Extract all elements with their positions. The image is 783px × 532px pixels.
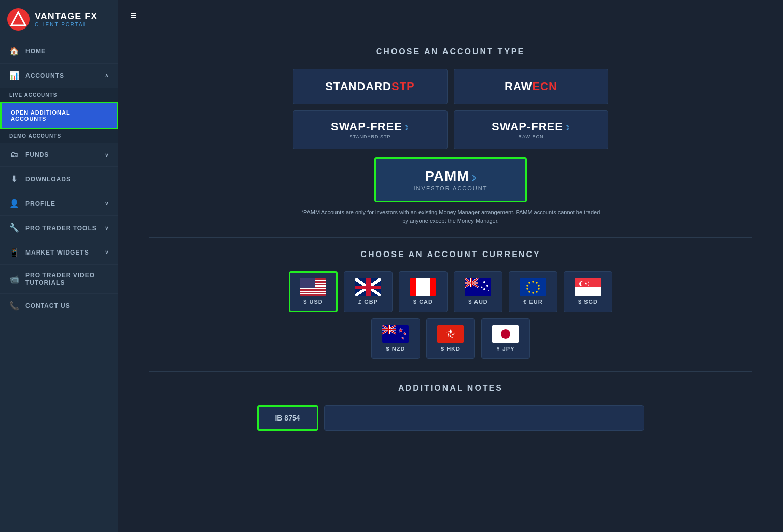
currency-label-gbp: £ GBP: [358, 299, 378, 305]
svg-point-23: [536, 291, 538, 293]
sidebar-item-open-additional[interactable]: OPEN ADDITIONAL ACCOUNTS: [0, 102, 118, 129]
account-card-pamm[interactable]: PAMM☽ INVESTOR ACCOUNT: [374, 157, 527, 202]
flag-usd: [300, 278, 326, 296]
currency-card-cad[interactable]: $ CAD: [399, 271, 448, 312]
demo-accounts-label: DEMO ACCOUNTS: [9, 133, 61, 139]
currency-card-sgd[interactable]: $ SGD: [564, 271, 612, 312]
account-card-standard-stp[interactable]: STANDARDSTP: [293, 69, 448, 104]
currency-card-jpy[interactable]: ¥ JPY: [481, 318, 530, 359]
currency-label-jpy: ¥ JPY: [497, 346, 515, 352]
currency-card-usd[interactable]: $ USD: [289, 271, 338, 312]
svg-point-28: [528, 282, 530, 284]
sidebar-item-profile[interactable]: 👤 PROFILE ∨: [0, 191, 118, 216]
logo-title: VANTAGE FX: [35, 11, 97, 22]
account-type-title: CHOOSE AN ACCOUNT TYPE: [149, 47, 752, 57]
divider-2: [149, 371, 752, 372]
account-type-grid: STANDARDSTP RAWECN SWAP-FREE☽ STANDARD S…: [293, 69, 608, 149]
downloads-icon: ⬇: [9, 174, 19, 184]
sidebar-item-accounts[interactable]: 📊 ACCOUNTS ∧: [0, 64, 118, 88]
swap-free-standard-title: SWAP-FREE☽: [331, 120, 409, 133]
accounts-arrow: ∧: [105, 73, 109, 78]
notes-text-area[interactable]: [324, 405, 644, 431]
market-widgets-icon: 📱: [9, 247, 19, 257]
currency-card-gbp[interactable]: £ GBP: [344, 271, 393, 312]
pro-trader-tools-arrow: ∨: [105, 225, 109, 231]
svg-point-19: [532, 281, 534, 283]
svg-point-14: [486, 285, 488, 287]
sidebar: VANTAGE FX CLIENT PORTAL 🏠 HOME 📊 ACCOUN…: [0, 0, 118, 532]
sidebar-item-pro-trader-video[interactable]: 📹 PRO TRADER VIDEO TUTORIALS: [0, 265, 118, 294]
pamm-note: *PAMM Accounts are only for investors wi…: [298, 208, 603, 225]
sidebar-item-funds[interactable]: 🗂 FUNDS ∨: [0, 143, 118, 167]
sidebar-item-downloads[interactable]: ⬇ DOWNLOADS: [0, 167, 118, 191]
home-icon: 🏠: [9, 46, 19, 56]
svg-point-17: [488, 290, 489, 291]
svg-point-15: [483, 288, 485, 290]
main-content: ≡ CHOOSE AN ACCOUNT TYPE STANDARDSTP RAW…: [118, 0, 783, 532]
currency-grid-row2: $ NZD $ HKD: [257, 318, 644, 359]
divider-1: [149, 237, 752, 238]
svg-point-22: [538, 288, 540, 290]
currency-card-nzd[interactable]: $ NZD: [371, 318, 420, 359]
flag-aud: [465, 278, 491, 296]
contact-us-icon: 📞: [9, 301, 19, 311]
currency-card-hkd[interactable]: $ HKD: [426, 318, 475, 359]
logo-area: VANTAGE FX CLIENT PORTAL: [0, 0, 118, 39]
svg-point-25: [528, 291, 530, 293]
svg-rect-12: [465, 283, 478, 284]
notes-section: IB 8754: [257, 405, 644, 431]
flag-nzd: [382, 325, 409, 343]
standard-stp-title: STANDARDSTP: [325, 80, 415, 93]
account-currency-title: CHOOSE AN ACCOUNT CURRENCY: [149, 250, 752, 259]
svg-rect-29: [575, 278, 601, 287]
currency-label-usd: $ USD: [303, 299, 322, 305]
ib-value-input[interactable]: IB 8754: [257, 405, 318, 431]
flag-hkd: [437, 325, 464, 343]
currency-label-aud: $ AUD: [468, 299, 488, 305]
market-widgets-arrow: ∨: [105, 249, 109, 255]
swap-free-standard-sub: STANDARD STP: [350, 134, 391, 139]
svg-point-32: [581, 281, 586, 286]
currency-card-aud[interactable]: $ AUD: [454, 271, 502, 312]
currency-grid: $ USD £ GBP $ CAD: [257, 271, 644, 312]
sidebar-item-contact-us[interactable]: 📞 CONTACT US: [0, 294, 118, 318]
logo-text: VANTAGE FX CLIENT PORTAL: [35, 11, 97, 27]
account-card-raw-ecn[interactable]: RAWECN: [454, 69, 608, 104]
live-accounts-section: LIVE ACCOUNTS: [0, 88, 118, 102]
flag-sgd: [575, 278, 601, 296]
svg-rect-30: [575, 287, 601, 296]
svg-point-20: [536, 282, 538, 284]
sidebar-item-pro-trader-tools[interactable]: 🔧 PRO TRADER TOOLS ∨: [0, 216, 118, 240]
sidebar-item-pro-trader-video-label: PRO TRADER VIDEO TUTORIALS: [25, 272, 109, 286]
sidebar-item-pro-trader-tools-label: PRO TRADER TOOLS: [25, 225, 97, 232]
notes-input-row: IB 8754: [257, 405, 644, 431]
sidebar-item-market-widgets[interactable]: 📱 MARKET WIDGETS ∨: [0, 240, 118, 265]
sidebar-item-home[interactable]: 🏠 HOME: [0, 39, 118, 64]
currency-card-eur[interactable]: € EUR: [509, 271, 557, 312]
pro-trader-video-icon: 📹: [9, 274, 19, 284]
pamm-subtitle: INVESTOR ACCOUNT: [414, 185, 488, 191]
sidebar-item-contact-us-label: CONTACT US: [25, 302, 70, 310]
svg-point-16: [481, 287, 483, 288]
profile-icon: 👤: [9, 199, 19, 208]
sidebar-item-accounts-label: ACCOUNTS: [25, 72, 64, 79]
svg-point-51: [501, 329, 510, 339]
flag-gbp: [355, 278, 381, 296]
svg-point-21: [538, 285, 540, 287]
pamm-title: PAMM☽: [425, 168, 476, 184]
content-area: CHOOSE AN ACCOUNT TYPE STANDARDSTP RAWEC…: [118, 32, 783, 532]
funds-arrow: ∨: [105, 152, 109, 158]
flag-jpy: [492, 325, 519, 343]
funds-icon: 🗂: [9, 150, 19, 159]
account-card-swap-free-standard[interactable]: SWAP-FREE☽ STANDARD STP: [293, 110, 448, 149]
pro-trader-tools-icon: 🔧: [9, 223, 19, 233]
raw-ecn-title: RAWECN: [505, 80, 557, 93]
hamburger-icon[interactable]: ≡: [130, 9, 137, 22]
account-card-swap-free-raw[interactable]: SWAP-FREE☽ RAW ECN: [454, 110, 608, 149]
open-additional-label: OPEN ADDITIONAL ACCOUNTS: [11, 109, 107, 122]
vantage-logo-icon: [7, 8, 30, 31]
currency-label-nzd: $ NZD: [386, 346, 405, 352]
flag-eur: [520, 278, 546, 296]
live-accounts-label: LIVE ACCOUNTS: [9, 92, 57, 98]
main-header: ≡: [118, 0, 783, 32]
